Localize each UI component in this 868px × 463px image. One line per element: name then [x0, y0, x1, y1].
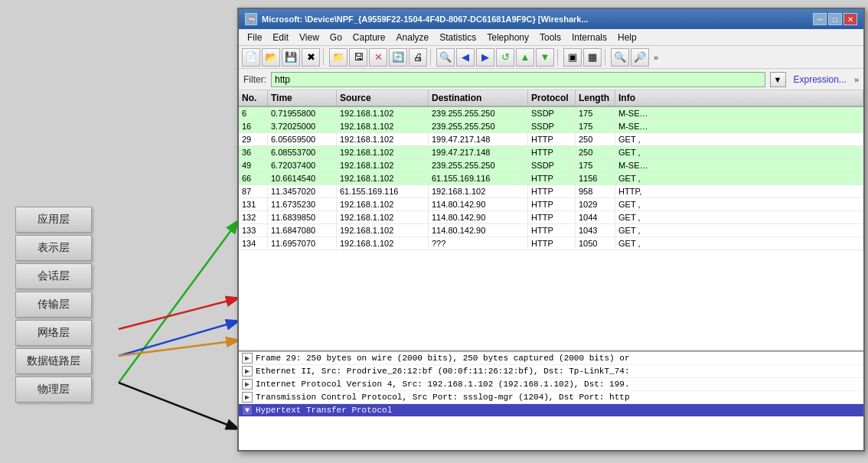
detail-row[interactable]: ▶ Transmission Control Protocol, Src Por…	[239, 391, 863, 404]
osi-layer-app: 应用层	[15, 207, 92, 233]
filter-dropdown-button[interactable]: ▼	[770, 72, 786, 87]
filter-bar: Filter: ▼ Expression... »	[239, 69, 863, 90]
svg-line-0	[119, 222, 237, 383]
detail-row[interactable]: ▶ Internet Protocol Version 4, Src: 192.…	[239, 378, 863, 391]
tb-close[interactable]: ✖	[302, 48, 320, 67]
packet-row[interactable]: 131 11.6735230 192.168.1.102 114.80.142.…	[239, 198, 863, 211]
detail-row[interactable]: ▼ Hypertext Transfer Protocol	[239, 404, 863, 417]
tb-stop[interactable]: 🖫	[349, 48, 367, 67]
header-no: No.	[239, 90, 268, 106]
header-destination: Destination	[429, 90, 528, 106]
tb-separator-2	[430, 49, 433, 66]
menu-analyze[interactable]: Analyze	[391, 31, 435, 44]
expand-icon[interactable]: ▶	[242, 379, 253, 390]
menu-telephony[interactable]: Telephony	[481, 31, 534, 44]
header-time: Time	[268, 90, 337, 106]
menu-statistics[interactable]: Statistics	[434, 31, 481, 44]
detail-text: Ethernet II, Src: Prodrive_26:12:bf (00:…	[256, 367, 629, 376]
window-title: Microsoft: \Device\NPF_{A9559F22-1504-4F…	[262, 15, 589, 24]
osi-layer-pres: 表示层	[15, 235, 92, 261]
tb-start[interactable]: 📁	[329, 48, 348, 67]
tb-restart[interactable]: ✕	[369, 48, 387, 67]
menu-bar: File Edit View Go Capture Analyze Statis…	[239, 29, 863, 46]
wireshark-window: 🦈 Microsoft: \Device\NPF_{A9559F22-1504-…	[237, 8, 865, 452]
packet-row[interactable]: 36 6.08553700 192.168.1.102 199.47.217.1…	[239, 146, 863, 159]
packet-row[interactable]: 49 6.72037400 192.168.1.102 239.255.255.…	[239, 159, 863, 172]
header-protocol: Protocol	[528, 90, 576, 106]
osi-layer-trans: 传输层	[15, 292, 92, 318]
svg-line-1	[119, 298, 237, 329]
tb-zoomout[interactable]: 🔎	[631, 48, 649, 67]
maximize-button[interactable]: □	[828, 13, 842, 25]
tb-goto[interactable]: ↺	[496, 48, 514, 67]
tb-find[interactable]: 🔍	[436, 48, 455, 67]
packet-rows: 6 0.71955800 192.168.1.102 239.255.255.2…	[239, 107, 863, 350]
osi-layer-net: 网络层	[15, 320, 92, 346]
tb-down[interactable]: ▼	[536, 48, 554, 67]
detail-text: Frame 29: 250 bytes on wire (2000 bits),…	[256, 354, 629, 363]
tb-zoomin[interactable]: 🔍	[611, 48, 629, 67]
dropdown-arrow-icon: ▼	[774, 75, 782, 84]
packet-row[interactable]: 16 3.72025000 192.168.1.102 239.255.255.…	[239, 120, 863, 133]
title-bar: 🦈 Microsoft: \Device\NPF_{A9559F22-1504-…	[239, 9, 863, 29]
expand-icon[interactable]: ▶	[242, 366, 253, 377]
packet-row[interactable]: 66 10.6614540 192.168.1.102 61.155.169.1…	[239, 172, 863, 185]
menu-go[interactable]: Go	[325, 31, 348, 44]
packet-list-header: No. Time Source Destination Protocol Len…	[239, 90, 863, 107]
menu-file[interactable]: File	[242, 31, 267, 44]
tb-save[interactable]: 💾	[282, 48, 300, 67]
osi-layer-sess: 会话层	[15, 263, 92, 289]
filter-label: Filter:	[243, 74, 266, 85]
packet-row[interactable]: 132 11.6839850 192.168.1.102 114.80.142.…	[239, 211, 863, 224]
menu-help[interactable]: Help	[612, 31, 642, 44]
header-source: Source	[337, 90, 429, 106]
expand-icon[interactable]: ▶	[242, 353, 253, 364]
packet-row[interactable]: 29 6.05659500 192.168.1.102 199.47.217.1…	[239, 133, 863, 146]
detail-row[interactable]: ▶ Ethernet II, Src: Prodrive_26:12:bf (0…	[239, 365, 863, 378]
tb-layout2[interactable]: ▦	[583, 48, 602, 67]
tb-up[interactable]: ▲	[516, 48, 534, 67]
tb-open[interactable]: 📂	[262, 48, 280, 67]
detail-text: Internet Protocol Version 4, Src: 192.16…	[256, 380, 629, 389]
filter-more-button[interactable]: »	[854, 75, 859, 84]
app-icon: 🦈	[245, 13, 257, 25]
packet-row[interactable]: 6 0.71955800 192.168.1.102 239.255.255.2…	[239, 107, 863, 120]
svg-line-2	[119, 321, 237, 356]
tb-prev[interactable]: ◀	[456, 48, 475, 67]
detail-text: Transmission Control Protocol, Src Port:…	[256, 393, 629, 402]
packet-row[interactable]: 133 11.6847080 192.168.1.102 114.80.142.…	[239, 224, 863, 237]
packet-list: No. Time Source Destination Protocol Len…	[239, 90, 863, 351]
header-info: Info	[615, 90, 863, 106]
window-controls[interactable]: ─ □ ✕	[813, 13, 857, 25]
tb-more[interactable]: »	[654, 53, 658, 62]
tb-print[interactable]: 🖨	[409, 48, 427, 67]
svg-line-4	[119, 383, 237, 429]
tb-separator-1	[323, 49, 326, 66]
expression-button[interactable]: Expression...	[791, 73, 850, 86]
svg-line-3	[119, 341, 237, 356]
toolbar: 📄 📂 💾 ✖ 📁 🖫 ✕ 🔄 🖨 🔍 ◀ ▶ ↺ ▲ ▼ ▣ ▦ 🔍 🔎 »	[239, 46, 863, 69]
menu-internals[interactable]: Internals	[566, 31, 612, 44]
menu-tools[interactable]: Tools	[534, 31, 566, 44]
filter-input[interactable]	[271, 72, 765, 87]
menu-edit[interactable]: Edit	[267, 31, 294, 44]
close-button[interactable]: ✕	[844, 13, 857, 25]
osi-diagram: 应用层 表示层 会话层 传输层 网络层 数据链路层 物理层	[15, 207, 100, 403]
header-length: Length	[576, 90, 615, 106]
tb-separator-3	[557, 49, 560, 66]
tb-separator-4	[605, 49, 608, 66]
expand-icon[interactable]: ▶	[242, 392, 253, 403]
tb-next[interactable]: ▶	[476, 48, 494, 67]
detail-pane: ▶ Frame 29: 250 bytes on wire (2000 bits…	[239, 351, 863, 450]
detail-row[interactable]: ▶ Frame 29: 250 bytes on wire (2000 bits…	[239, 352, 863, 365]
tb-new[interactable]: 📄	[242, 48, 260, 67]
packet-row[interactable]: 134 11.6957070 192.168.1.102 ??? HTTP 10…	[239, 237, 863, 250]
menu-view[interactable]: View	[294, 31, 325, 44]
packet-row[interactable]: 87 11.3457020 61.155.169.116 192.168.1.1…	[239, 185, 863, 198]
tb-layout1[interactable]: ▣	[563, 48, 582, 67]
menu-capture[interactable]: Capture	[348, 31, 391, 44]
osi-layer-data: 数据链路层	[15, 348, 92, 374]
expand-icon[interactable]: ▼	[242, 405, 253, 416]
minimize-button[interactable]: ─	[813, 13, 827, 25]
tb-reload[interactable]: 🔄	[389, 48, 407, 67]
